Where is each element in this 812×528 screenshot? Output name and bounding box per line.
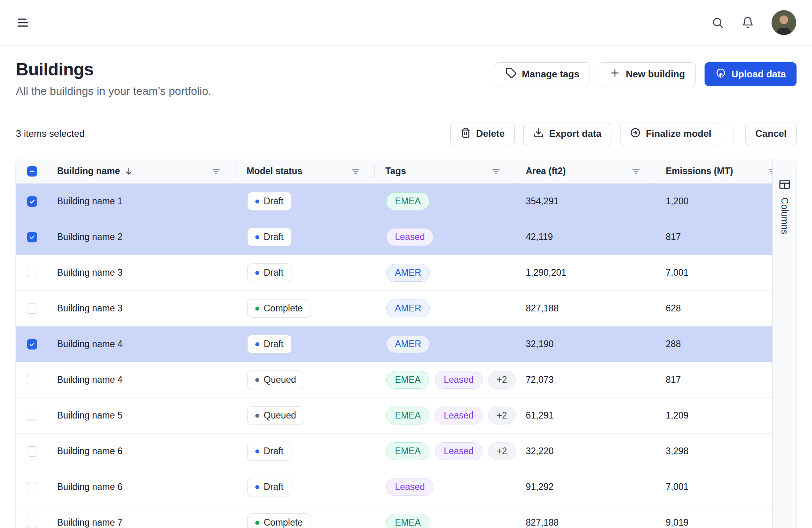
- status-label: Draft: [264, 339, 283, 349]
- tag-badge: AMER: [386, 264, 430, 282]
- select-all-checkbox[interactable]: [27, 166, 37, 177]
- row-checkbox[interactable]: [27, 411, 37, 421]
- model-status-cell: Draft: [236, 192, 374, 211]
- table-row[interactable]: Building name 4DraftAMER32,190288: [16, 326, 772, 362]
- check-icon: [29, 234, 36, 241]
- emissions-cell: 7,001: [655, 482, 772, 492]
- row-select-cell: [16, 196, 57, 207]
- building-name-cell: Building name 3: [57, 267, 236, 278]
- export-data-button[interactable]: Export data: [523, 123, 611, 145]
- table-row[interactable]: Building name 3CompleteAMER827,188628: [16, 291, 772, 326]
- row-checkbox[interactable]: [27, 375, 37, 385]
- user-avatar[interactable]: [772, 10, 796, 35]
- building-name-cell: Building name 4: [57, 339, 236, 349]
- model-status-header-label: Model status: [247, 166, 303, 177]
- status-dot-icon: [255, 414, 259, 418]
- new-building-label: New building: [626, 69, 685, 80]
- area-cell: 91,292: [515, 482, 655, 492]
- table-header-row: Building name Model status Tags: [16, 159, 772, 184]
- row-checkbox[interactable]: [27, 196, 37, 207]
- tags-cell: AMER: [374, 300, 515, 317]
- status-dot-icon: [255, 235, 259, 239]
- table-row[interactable]: Building name 2DraftLeased42,119817: [16, 219, 772, 255]
- row-select-cell: [16, 268, 57, 278]
- filter-icon[interactable]: [631, 166, 641, 177]
- page-title: Buildings: [16, 60, 211, 79]
- upload-data-button[interactable]: Upload data: [705, 62, 797, 86]
- model-status-cell: Complete: [236, 513, 374, 528]
- tags-cell: EMEALeased+2: [374, 407, 515, 424]
- status-label: Complete: [264, 303, 303, 314]
- filter-icon[interactable]: [491, 166, 501, 177]
- status-badge: Draft: [247, 478, 291, 496]
- indeterminate-icon: [29, 168, 36, 175]
- columns-panel-toggle[interactable]: Columns: [772, 159, 796, 528]
- upload-cloud-icon: [715, 67, 726, 81]
- status-dot-icon: [255, 271, 259, 275]
- status-badge: Complete: [247, 513, 310, 528]
- selected-count: 3 items selected: [16, 128, 84, 139]
- table-row[interactable]: Building name 1DraftEMEA354,2911,200: [16, 184, 772, 219]
- check-icon: [29, 341, 36, 348]
- finalize-model-button[interactable]: Finalize model: [620, 123, 721, 145]
- new-building-button[interactable]: New building: [599, 62, 695, 86]
- columns-icon: [778, 178, 791, 192]
- status-badge: Draft: [247, 192, 291, 211]
- tag-badge: EMEA: [386, 407, 429, 424]
- columns-panel-label: Columns: [779, 198, 790, 234]
- delete-button[interactable]: Delete: [450, 123, 515, 145]
- building-name-cell: Building name 5: [57, 410, 236, 421]
- status-badge: Draft: [247, 335, 291, 353]
- filter-icon[interactable]: [211, 166, 221, 177]
- status-badge: Queued: [247, 371, 304, 389]
- area-cell: 32,190: [515, 339, 655, 349]
- toolbar-divider: [733, 125, 733, 143]
- emissions-cell: 817: [655, 232, 772, 242]
- row-checkbox[interactable]: [27, 518, 37, 528]
- tag-badge: Leased: [435, 442, 482, 460]
- building-name-cell: Building name 2: [57, 232, 236, 242]
- cancel-button[interactable]: Cancel: [745, 123, 797, 145]
- model-status-cell: Queued: [236, 371, 374, 389]
- manage-tags-label: Manage tags: [522, 69, 579, 80]
- sort-desc-icon[interactable]: [124, 166, 134, 177]
- row-checkbox[interactable]: [27, 232, 37, 242]
- table-row[interactable]: Building name 4QueuedEMEALeased+272,0738…: [16, 362, 772, 398]
- tags-header-label: Tags: [385, 166, 406, 177]
- table-row[interactable]: Building name 3DraftAMER1,290,2017,001: [16, 255, 772, 291]
- table-row[interactable]: Building name 6DraftEMEALeased+232,2203,…: [16, 434, 772, 469]
- table-row[interactable]: Building name 6DraftLeased91,2927,001: [16, 469, 772, 505]
- manage-tags-button[interactable]: Manage tags: [495, 62, 590, 86]
- building-name-cell: Building name 1: [57, 196, 236, 207]
- model-status-cell: Draft: [236, 335, 374, 353]
- building-name-cell: Building name 6: [57, 446, 236, 457]
- row-checkbox[interactable]: [27, 482, 37, 492]
- app-root: Buildings All the buildings in your team…: [0, 0, 812, 528]
- model-status-cell: Draft: [236, 478, 374, 496]
- status-dot-icon: [255, 342, 259, 346]
- finalize-model-label: Finalize model: [646, 128, 711, 139]
- tags-cell: AMER: [374, 335, 515, 353]
- table-data-area: Building name Model status Tags: [16, 159, 772, 528]
- filter-icon[interactable]: [767, 166, 772, 177]
- table-row[interactable]: Building name 7CompleteEMEA827,1889,019: [16, 505, 772, 528]
- header-select-cell: [16, 159, 57, 183]
- menu-icon[interactable]: [16, 15, 30, 30]
- trash-icon: [460, 127, 471, 140]
- table-row[interactable]: Building name 5QueuedEMEALeased+261,2911…: [16, 398, 772, 434]
- status-dot-icon: [255, 449, 259, 453]
- row-checkbox[interactable]: [27, 339, 37, 349]
- filter-icon[interactable]: [350, 166, 361, 177]
- row-checkbox[interactable]: [27, 303, 37, 314]
- emissions-header-label: Emissions (MT): [666, 166, 733, 177]
- emissions-cell: 288: [655, 339, 772, 349]
- area-cell: 32,220: [515, 446, 655, 457]
- bell-icon[interactable]: [741, 16, 754, 29]
- row-checkbox[interactable]: [27, 268, 37, 278]
- column-header-area: Area (ft2): [515, 159, 655, 183]
- search-icon[interactable]: [711, 16, 724, 29]
- tag-badge: EMEA: [386, 442, 429, 460]
- row-checkbox[interactable]: [27, 446, 37, 457]
- tag-icon: [506, 67, 517, 81]
- more-tags-badge: +2: [488, 407, 516, 424]
